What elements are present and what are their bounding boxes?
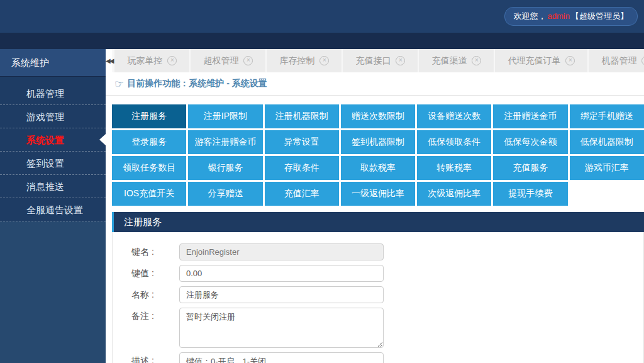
setting-button-充值服务[interactable]: 充值服务 xyxy=(493,156,567,180)
tab-bar: ◀◀ 玩家单控×超权管理×库存控制×充值接口×充值渠道×代理充值订单×机器管理×… xyxy=(106,49,644,72)
setting-button-异常设置[interactable]: 异常设置 xyxy=(265,130,339,154)
setting-button-注册机器限制[interactable]: 注册机器限制 xyxy=(265,104,339,128)
field-label-name: 名称 : xyxy=(131,286,170,303)
tab-bar-tabs: 玩家单控×超权管理×库存控制×充值接口×充值渠道×代理充值订单×机器管理×系统设… xyxy=(113,49,644,72)
field-input-remark[interactable] xyxy=(179,308,384,348)
setting-button-银行服务[interactable]: 银行服务 xyxy=(188,156,262,180)
tab-close-icon[interactable]: × xyxy=(243,56,253,65)
field-label-keyvalue: 键值 : xyxy=(131,265,170,282)
field-input-keyvalue[interactable] xyxy=(179,265,384,282)
field-input-description[interactable] xyxy=(179,352,384,363)
setting-button-IOS充值开关[interactable]: IOS充值开关 xyxy=(112,182,186,206)
setting-button-存取条件[interactable]: 存取条件 xyxy=(265,156,339,180)
form-field-name: 名称 : xyxy=(131,286,643,303)
field-label-description: 描述 : xyxy=(131,352,170,363)
setting-button-低保每次金额[interactable]: 低保每次金额 xyxy=(493,130,567,154)
form-field-remark: 备注 : xyxy=(131,308,643,348)
settings-form: 键名 :键值 :名称 :备注 :描述 : xyxy=(112,232,644,363)
setting-button-低保领取条件[interactable]: 低保领取条件 xyxy=(417,130,491,154)
setting-button-赠送次数限制[interactable]: 赠送次数限制 xyxy=(341,104,415,128)
field-input-keyname[interactable] xyxy=(179,243,384,260)
tab-close-icon[interactable]: × xyxy=(167,56,177,65)
tab-label: 超权管理 xyxy=(203,55,238,67)
tab-机器管理[interactable]: 机器管理× xyxy=(589,49,644,72)
username: admin xyxy=(547,11,571,21)
tab-充值渠道[interactable]: 充值渠道× xyxy=(419,49,494,72)
form-field-keyname: 键名 : xyxy=(131,243,643,260)
field-label-keyname: 键名 : xyxy=(131,243,170,260)
setting-button-设备赠送次数[interactable]: 设备赠送次数 xyxy=(417,104,491,128)
section-header: 注册服务 xyxy=(112,212,644,232)
setting-button-游戏币汇率[interactable]: 游戏币汇率 xyxy=(570,156,644,180)
setting-button-低保机器限制[interactable]: 低保机器限制 xyxy=(570,130,644,154)
tab-label: 机器管理 xyxy=(601,55,636,67)
sidebar-item-游戏管理[interactable]: 游戏管理 xyxy=(0,105,106,128)
form-field-description: 描述 : xyxy=(131,352,643,363)
content-area: ◀◀ 玩家单控×超权管理×库存控制×充值接口×充值渠道×代理充值订单×机器管理×… xyxy=(106,49,644,363)
tab-close-icon[interactable]: × xyxy=(319,56,329,65)
tabs-collapse-button[interactable]: ◀◀ xyxy=(106,49,113,72)
tab-代理充值订单[interactable]: 代理充值订单× xyxy=(495,49,587,72)
setting-button-绑定手机赠送[interactable]: 绑定手机赠送 xyxy=(570,104,644,128)
breadcrumb: ☞ 目前操作功能：系统维护 - 系统设置 xyxy=(106,72,644,96)
setting-button-次级返佣比率[interactable]: 次级返佣比率 xyxy=(417,182,491,206)
pointing-hand-icon: ☞ xyxy=(114,77,124,91)
setting-button-转账税率[interactable]: 转账税率 xyxy=(417,156,491,180)
tab-玩家单控[interactable]: 玩家单控× xyxy=(114,49,189,72)
user-role: 【超级管理员】 xyxy=(571,11,628,21)
tab-超权管理[interactable]: 超权管理× xyxy=(191,49,265,72)
setting-button-领取任务数目[interactable]: 领取任务数目 xyxy=(112,156,186,180)
setting-button-注册服务[interactable]: 注册服务 xyxy=(112,104,186,128)
sidebar: 系统维护 机器管理游戏管理系统设置签到设置消息推送全服通告设置 xyxy=(0,49,106,363)
sidebar-item-系统设置[interactable]: 系统设置 xyxy=(0,128,106,152)
sidebar-item-全服通告设置[interactable]: 全服通告设置 xyxy=(0,198,106,221)
setting-button-注册IP限制[interactable]: 注册IP限制 xyxy=(188,104,262,128)
breadcrumb-text: 目前操作功能：系统维护 - 系统设置 xyxy=(127,78,267,89)
sidebar-menu: 机器管理游戏管理系统设置签到设置消息推送全服通告设置 xyxy=(0,77,106,221)
field-label-remark: 备注 : xyxy=(131,308,170,348)
top-header-dark-strip xyxy=(0,33,644,49)
setting-button-注册赠送金币[interactable]: 注册赠送金币 xyxy=(493,104,567,128)
field-input-name[interactable] xyxy=(179,286,384,303)
tab-close-icon[interactable]: × xyxy=(565,56,575,65)
tab-close-icon[interactable]: × xyxy=(641,56,644,65)
setting-button-充值汇率[interactable]: 充值汇率 xyxy=(265,182,339,206)
setting-button-一级返佣比率[interactable]: 一级返佣比率 xyxy=(341,182,415,206)
setting-button-取款税率[interactable]: 取款税率 xyxy=(341,156,415,180)
setting-button-游客注册赠金币[interactable]: 游客注册赠金币 xyxy=(188,130,262,154)
welcome-prefix: 欢迎您， xyxy=(514,11,547,21)
welcome-badge[interactable]: 欢迎您，admin【超级管理员】 xyxy=(504,7,638,26)
tab-库存控制[interactable]: 库存控制× xyxy=(267,49,341,72)
main-panel: 注册服务注册IP限制注册机器限制赠送次数限制设备赠送次数注册赠送金币绑定手机赠送… xyxy=(106,96,644,363)
tab-label: 充值接口 xyxy=(355,55,391,67)
tab-充值接口[interactable]: 充值接口× xyxy=(343,49,418,72)
tab-label: 库存控制 xyxy=(279,55,314,67)
setting-button-提现手续费[interactable]: 提现手续费 xyxy=(493,182,567,206)
sidebar-filler xyxy=(0,221,106,363)
double-chevron-left-icon: ◀◀ xyxy=(106,57,113,64)
tab-close-icon[interactable]: × xyxy=(472,56,481,65)
tab-close-icon[interactable]: × xyxy=(396,56,405,65)
top-header: 欢迎您，admin【超级管理员】 xyxy=(0,0,644,33)
form-field-keyvalue: 键值 : xyxy=(131,265,643,282)
app-body: 系统维护 机器管理游戏管理系统设置签到设置消息推送全服通告设置 ◀◀ 玩家单控×… xyxy=(0,49,644,363)
sidebar-title: 系统维护 xyxy=(0,49,106,77)
tab-label: 代理充值订单 xyxy=(508,55,560,67)
setting-button-登录服务[interactable]: 登录服务 xyxy=(112,130,186,154)
sidebar-item-消息推送[interactable]: 消息推送 xyxy=(0,175,106,198)
sidebar-item-机器管理[interactable]: 机器管理 xyxy=(0,82,106,105)
setting-button-分享赠送[interactable]: 分享赠送 xyxy=(188,182,262,206)
tab-label: 玩家单控 xyxy=(127,55,162,67)
settings-button-grid: 注册服务注册IP限制注册机器限制赠送次数限制设备赠送次数注册赠送金币绑定手机赠送… xyxy=(112,104,644,206)
sidebar-item-签到设置[interactable]: 签到设置 xyxy=(0,152,106,175)
setting-button-签到机器限制[interactable]: 签到机器限制 xyxy=(341,130,415,154)
tab-label: 充值渠道 xyxy=(431,55,467,67)
